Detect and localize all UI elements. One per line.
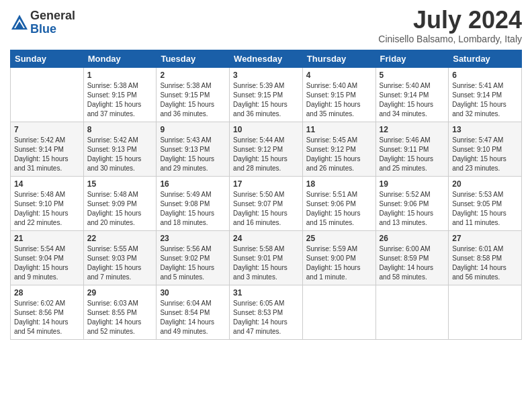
day-number: 10 (233, 125, 299, 134)
day-number: 27 (452, 234, 518, 243)
day-header-thursday: Thursday (302, 50, 375, 67)
location-text: Cinisello Balsamo, Lombardy, Italy (378, 34, 522, 44)
calendar-cell: 22Sunrise: 5:55 AM Sunset: 9:03 PM Dayli… (83, 230, 157, 285)
day-number: 20 (452, 179, 518, 189)
calendar-week-3: 14Sunrise: 5:48 AM Sunset: 9:10 PM Dayli… (11, 176, 522, 230)
calendar-cell: 30Sunrise: 6:04 AM Sunset: 8:54 PM Dayli… (157, 285, 230, 339)
header: General Blue July 2024 Cinisello Balsamo… (10, 7, 522, 44)
day-number: 13 (452, 125, 518, 134)
month-year-title: July 2024 (378, 7, 522, 34)
day-number: 5 (380, 71, 445, 80)
day-header-saturday: Saturday (449, 50, 522, 67)
calendar-cell: 5Sunrise: 5:40 AM Sunset: 9:14 PM Daylig… (375, 67, 449, 122)
calendar-cell: 8Sunrise: 5:42 AM Sunset: 9:13 PM Daylig… (83, 122, 157, 176)
day-info: Sunrise: 5:59 AM Sunset: 9:00 PM Dayligh… (306, 244, 372, 282)
calendar-cell: 11Sunrise: 5:45 AM Sunset: 9:12 PM Dayli… (302, 122, 375, 176)
day-number: 25 (306, 234, 372, 243)
calendar-cell: 7Sunrise: 5:42 AM Sunset: 9:14 PM Daylig… (11, 122, 84, 176)
day-number: 4 (306, 71, 372, 80)
day-info: Sunrise: 5:43 AM Sunset: 9:13 PM Dayligh… (160, 136, 226, 173)
logo-blue-text: Blue (30, 23, 75, 36)
calendar-cell: 23Sunrise: 5:56 AM Sunset: 9:02 PM Dayli… (157, 230, 230, 285)
day-info: Sunrise: 6:03 AM Sunset: 8:55 PM Dayligh… (87, 299, 153, 336)
calendar-cell: 27Sunrise: 6:01 AM Sunset: 8:58 PM Dayli… (449, 230, 522, 285)
day-number: 16 (160, 179, 226, 189)
calendar-cell: 10Sunrise: 5:44 AM Sunset: 9:12 PM Dayli… (230, 122, 303, 176)
day-info: Sunrise: 5:41 AM Sunset: 9:14 PM Dayligh… (452, 81, 518, 119)
logo-general-text: General (30, 9, 75, 23)
day-header-wednesday: Wednesday (230, 50, 303, 67)
day-info: Sunrise: 5:40 AM Sunset: 9:15 PM Dayligh… (306, 81, 372, 119)
calendar-cell: 18Sunrise: 5:51 AM Sunset: 9:06 PM Dayli… (302, 176, 375, 230)
day-number: 12 (380, 125, 445, 134)
day-number: 30 (160, 288, 226, 298)
day-number: 15 (87, 179, 153, 189)
logo-text: General Blue (30, 9, 75, 36)
day-number: 17 (233, 179, 299, 189)
calendar-cell: 4Sunrise: 5:40 AM Sunset: 9:15 PM Daylig… (302, 67, 375, 122)
day-info: Sunrise: 5:38 AM Sunset: 9:15 PM Dayligh… (160, 81, 226, 119)
day-number: 7 (14, 125, 80, 134)
day-info: Sunrise: 5:50 AM Sunset: 9:07 PM Dayligh… (233, 190, 299, 228)
calendar-cell: 1Sunrise: 5:38 AM Sunset: 9:15 PM Daylig… (83, 67, 157, 122)
calendar-cell (449, 285, 522, 339)
day-number: 9 (160, 125, 226, 134)
calendar-cell: 3Sunrise: 5:39 AM Sunset: 9:15 PM Daylig… (230, 67, 303, 122)
calendar-page: General Blue July 2024 Cinisello Balsamo… (0, 0, 532, 350)
day-info: Sunrise: 5:42 AM Sunset: 9:14 PM Dayligh… (14, 136, 80, 173)
day-info: Sunrise: 5:55 AM Sunset: 9:03 PM Dayligh… (87, 244, 153, 282)
logo: General Blue (10, 9, 75, 36)
day-number: 28 (14, 288, 80, 298)
day-info: Sunrise: 6:02 AM Sunset: 8:56 PM Dayligh… (14, 299, 80, 336)
day-number: 21 (14, 234, 80, 243)
day-info: Sunrise: 5:48 AM Sunset: 9:09 PM Dayligh… (87, 190, 153, 228)
day-info: Sunrise: 5:54 AM Sunset: 9:04 PM Dayligh… (14, 244, 80, 282)
calendar-week-1: 1Sunrise: 5:38 AM Sunset: 9:15 PM Daylig… (11, 67, 522, 122)
day-header-friday: Friday (375, 50, 449, 67)
calendar-cell: 19Sunrise: 5:52 AM Sunset: 9:06 PM Dayli… (375, 176, 449, 230)
calendar-cell: 14Sunrise: 5:48 AM Sunset: 9:10 PM Dayli… (11, 176, 84, 230)
day-header-tuesday: Tuesday (157, 50, 230, 67)
day-number: 6 (452, 71, 518, 80)
day-info: Sunrise: 5:46 AM Sunset: 9:11 PM Dayligh… (380, 136, 445, 173)
calendar-week-5: 28Sunrise: 6:02 AM Sunset: 8:56 PM Dayli… (11, 285, 522, 339)
calendar-cell (11, 67, 84, 122)
day-info: Sunrise: 5:40 AM Sunset: 9:14 PM Dayligh… (380, 81, 445, 119)
day-info: Sunrise: 6:00 AM Sunset: 8:59 PM Dayligh… (380, 244, 445, 282)
calendar-cell: 17Sunrise: 5:50 AM Sunset: 9:07 PM Dayli… (230, 176, 303, 230)
day-info: Sunrise: 5:47 AM Sunset: 9:10 PM Dayligh… (452, 136, 518, 173)
day-number: 22 (87, 234, 153, 243)
day-number: 19 (380, 179, 445, 189)
day-number: 26 (380, 234, 445, 243)
calendar-cell: 21Sunrise: 5:54 AM Sunset: 9:04 PM Dayli… (11, 230, 84, 285)
day-header-monday: Monday (83, 50, 157, 67)
day-info: Sunrise: 5:42 AM Sunset: 9:13 PM Dayligh… (87, 136, 153, 173)
day-number: 3 (233, 71, 299, 80)
calendar-cell: 25Sunrise: 5:59 AM Sunset: 9:00 PM Dayli… (302, 230, 375, 285)
day-info: Sunrise: 6:01 AM Sunset: 8:58 PM Dayligh… (452, 244, 518, 282)
day-info: Sunrise: 5:45 AM Sunset: 9:12 PM Dayligh… (306, 136, 372, 173)
day-info: Sunrise: 5:44 AM Sunset: 9:12 PM Dayligh… (233, 136, 299, 173)
calendar-table: SundayMondayTuesdayWednesdayThursdayFrid… (10, 50, 522, 340)
title-area: July 2024 Cinisello Balsamo, Lombardy, I… (378, 7, 522, 44)
day-number: 24 (233, 234, 299, 243)
calendar-cell: 2Sunrise: 5:38 AM Sunset: 9:15 PM Daylig… (157, 67, 230, 122)
day-header-sunday: Sunday (11, 50, 84, 67)
day-number: 8 (87, 125, 153, 134)
calendar-cell: 28Sunrise: 6:02 AM Sunset: 8:56 PM Dayli… (11, 285, 84, 339)
calendar-week-4: 21Sunrise: 5:54 AM Sunset: 9:04 PM Dayli… (11, 230, 522, 285)
day-info: Sunrise: 5:39 AM Sunset: 9:15 PM Dayligh… (233, 81, 299, 119)
day-info: Sunrise: 5:38 AM Sunset: 9:15 PM Dayligh… (87, 81, 153, 119)
day-number: 1 (87, 71, 153, 80)
calendar-cell: 9Sunrise: 5:43 AM Sunset: 9:13 PM Daylig… (157, 122, 230, 176)
calendar-cell: 24Sunrise: 5:58 AM Sunset: 9:01 PM Dayli… (230, 230, 303, 285)
calendar-cell: 31Sunrise: 6:05 AM Sunset: 8:53 PM Dayli… (230, 285, 303, 339)
calendar-cell: 29Sunrise: 6:03 AM Sunset: 8:55 PM Dayli… (83, 285, 157, 339)
day-number: 14 (14, 179, 80, 189)
day-info: Sunrise: 5:51 AM Sunset: 9:06 PM Dayligh… (306, 190, 372, 228)
day-number: 31 (233, 288, 299, 298)
day-number: 2 (160, 71, 226, 80)
day-number: 23 (160, 234, 226, 243)
calendar-cell (302, 285, 375, 339)
day-info: Sunrise: 5:58 AM Sunset: 9:01 PM Dayligh… (233, 244, 299, 282)
